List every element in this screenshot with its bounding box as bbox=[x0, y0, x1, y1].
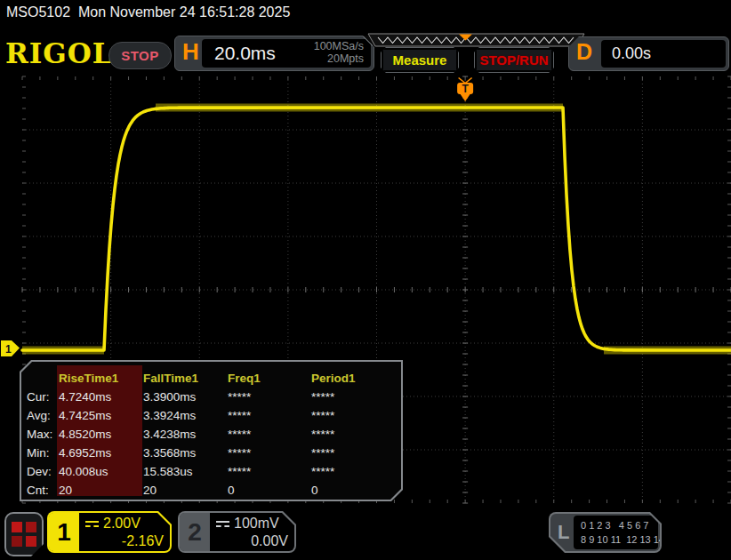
channel-2-badge[interactable]: 2 100mV 0.00V bbox=[178, 511, 296, 553]
row-label: Cnt: bbox=[27, 484, 59, 497]
meas-value: 3.3568ms bbox=[143, 446, 228, 460]
channel-status-bar: 1 2.00V -2.16V 2 100mV 0.0 bbox=[0, 507, 731, 560]
delay-label: D bbox=[576, 39, 592, 65]
channel-2-body: 2 100mV 0.00V bbox=[180, 513, 294, 551]
stop-run-button[interactable]: STOP/RUN bbox=[474, 47, 554, 73]
meas-value: 3.3900ms bbox=[143, 390, 228, 404]
meas-value: ***** bbox=[228, 465, 311, 478]
horizontal-timebase-panel[interactable]: H 20.0ms 100MSa/s 20Mpts bbox=[174, 36, 374, 71]
logic-channels-badge[interactable]: L 0 1 2 3 4 5 6 7 8 9 10 11 12 13 14 15 bbox=[549, 512, 662, 553]
meas-value: 15.583us bbox=[143, 465, 228, 478]
channel-1-values: 2.00V -2.16V bbox=[79, 513, 170, 551]
horizontal-label: H bbox=[182, 38, 199, 66]
channel-2-offset: 0.00V bbox=[216, 533, 288, 549]
channel-2-number: 2 bbox=[180, 513, 210, 551]
meas-col-falltime[interactable]: FallTime1 bbox=[143, 372, 228, 385]
ch1-trace bbox=[22, 108, 731, 350]
meas-value: ***** bbox=[311, 390, 399, 404]
svg-text:T: T bbox=[462, 83, 469, 95]
timebase-value: 20.0ms bbox=[214, 43, 276, 64]
row-label: Min: bbox=[27, 446, 59, 460]
timebase-inset: 20.0ms 100MSa/s 20Mpts bbox=[202, 39, 371, 68]
logic-channel-list: 0 1 2 3 4 5 6 7 8 9 10 11 12 13 14 15 bbox=[574, 516, 658, 549]
delay-value: 0.00s bbox=[612, 44, 651, 63]
menu-grid-cells bbox=[12, 522, 36, 547]
meas-value: ***** bbox=[228, 409, 311, 422]
channel-1-number: 1 bbox=[49, 513, 79, 551]
row-label: Cur: bbox=[27, 390, 59, 404]
meas-value: ***** bbox=[228, 390, 311, 404]
run-state-badge: STOP bbox=[108, 42, 172, 69]
meas-value: ***** bbox=[311, 446, 399, 460]
dc-coupling-icon bbox=[216, 521, 229, 527]
channel-1-level-marker[interactable]: 1 bbox=[1, 340, 20, 356]
measure-button[interactable]: Measure bbox=[381, 47, 459, 73]
meas-value: 20 bbox=[143, 484, 228, 497]
meas-value: ***** bbox=[311, 428, 399, 441]
logic-row-1: 0 1 2 3 4 5 6 7 bbox=[581, 518, 658, 532]
meas-value: 4.7425ms bbox=[59, 409, 143, 422]
meas-col-period[interactable]: Period1 bbox=[311, 372, 399, 385]
rigol-logo: RIGOL bbox=[5, 37, 113, 69]
svg-text:1: 1 bbox=[5, 343, 12, 356]
meas-value: 4.8520ms bbox=[59, 428, 143, 441]
meas-col-freq[interactable]: Freq1 bbox=[228, 372, 311, 385]
meas-col-risetime[interactable]: RiseTime1 bbox=[59, 372, 143, 385]
meas-value: 4.6952ms bbox=[59, 446, 143, 460]
menu-grid-icon[interactable] bbox=[4, 512, 44, 556]
meas-value: 0 bbox=[228, 484, 311, 497]
measurement-panel-body: RiseTime1 FallTime1 Freq1 Period1 Cur: 4… bbox=[21, 362, 401, 500]
model-and-datetime: MSO5102 Mon November 24 16:51:28 2025 bbox=[6, 4, 290, 20]
channel-1-offset: -2.16V bbox=[85, 533, 164, 549]
channel-1-body: 1 2.00V -2.16V bbox=[49, 513, 170, 551]
memory-depth: 20Mpts bbox=[314, 52, 364, 65]
meas-value: 4.7240ms bbox=[59, 390, 143, 404]
meas-value: 0 bbox=[311, 484, 399, 497]
meas-value: 3.3924ms bbox=[143, 409, 228, 422]
row-label: Max: bbox=[27, 428, 59, 441]
measurement-panel[interactable]: RiseTime1 FallTime1 Freq1 Period1 Cur: 4… bbox=[20, 360, 403, 501]
channel-2-values: 100mV 0.00V bbox=[210, 513, 294, 551]
logic-label: L bbox=[558, 521, 569, 544]
trigger-delay-panel[interactable]: D 0.00s bbox=[568, 36, 729, 71]
delay-inset: 0.00s bbox=[601, 40, 726, 68]
logic-row-2: 8 9 10 11 12 13 14 15 bbox=[581, 532, 658, 547]
row-label: Dev: bbox=[27, 465, 59, 478]
meas-value: ***** bbox=[228, 428, 311, 441]
logic-channels-body: L 0 1 2 3 4 5 6 7 8 9 10 11 12 13 14 15 bbox=[550, 514, 660, 551]
channel-1-badge[interactable]: 1 2.00V -2.16V bbox=[47, 511, 172, 553]
row-label: Avg: bbox=[27, 409, 59, 422]
sample-rate: 100MSa/s bbox=[314, 40, 364, 52]
meas-value: ***** bbox=[311, 465, 399, 478]
channel-1-scale: 2.00V bbox=[103, 516, 141, 532]
waveform-overview-thumbnail[interactable] bbox=[367, 33, 585, 47]
meas-value: 3.4238ms bbox=[143, 428, 228, 441]
meas-value: ***** bbox=[228, 446, 311, 460]
meas-value: 40.008us bbox=[59, 465, 143, 478]
meas-value: 20 bbox=[59, 484, 143, 497]
dc-coupling-icon bbox=[85, 521, 99, 527]
acquisition-info: 100MSa/s 20Mpts bbox=[314, 40, 364, 65]
channel-2-scale: 100mV bbox=[234, 516, 279, 532]
trigger-position-marker[interactable]: T bbox=[457, 78, 473, 102]
measurement-table: RiseTime1 FallTime1 Freq1 Period1 Cur: 4… bbox=[27, 369, 399, 500]
oscilloscope-screen: MSO5102 Mon November 24 16:51:28 2025 RI… bbox=[0, 0, 731, 560]
meas-value: ***** bbox=[311, 409, 399, 422]
